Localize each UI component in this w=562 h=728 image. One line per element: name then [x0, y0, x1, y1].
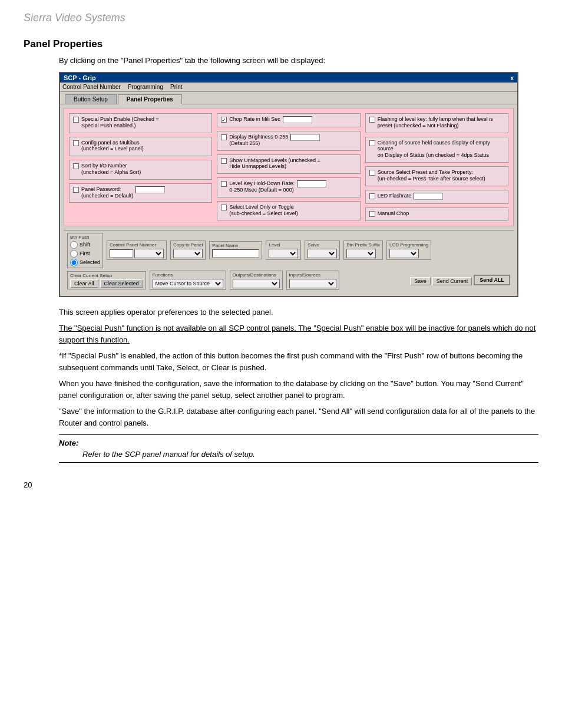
clear-all-button[interactable]: Clear All [70, 279, 98, 288]
checkbox-display-brightness[interactable] [221, 134, 227, 140]
field-panel-name: Panel Name [209, 241, 262, 259]
field-inputs-sources: Inputs/Sources [286, 271, 339, 290]
label-special-push: Special Push Enable (Checked =Special Pu… [81, 116, 159, 129]
label-panel-password: Panel Password:(unchecked = Default) [81, 186, 133, 199]
label-select-level: Select Level Only or Toggle(sub-checked … [229, 204, 297, 217]
radio-selected-label: Selected [80, 259, 100, 265]
bottom-bar: Btn Push Shift First Selected [64, 230, 514, 292]
checkbox-sort-io[interactable] [73, 163, 79, 169]
checkbox-led-flashrate[interactable] [369, 193, 375, 199]
input-chop-rate[interactable] [283, 116, 312, 123]
bottom-row-1: Btn Push Shift First Selected [67, 233, 510, 268]
checkbox-chop-rate[interactable]: ✓ [221, 117, 227, 123]
window-menubar: Control Panel Number Programming Print [60, 83, 517, 92]
doc-paragraph-4: When you have finished the configuration… [59, 378, 538, 401]
select-level[interactable] [269, 249, 298, 258]
input-display-brightness[interactable] [290, 134, 320, 141]
doc-paragraph-3: *If "Special Push" is enabled, the actio… [59, 350, 538, 373]
label-display-brightness: Display Brightness 0-255(Default 255) [229, 134, 288, 147]
prop-config-panel: Config panel as Multibus(unchecked = Lev… [69, 137, 212, 157]
field-functions: Functions Move Cursor to Source [150, 271, 226, 290]
checkbox-flashing-level[interactable] [369, 117, 375, 123]
checkbox-special-push[interactable] [73, 117, 79, 123]
doc-paragraph-1: This screen applies operator preferences… [59, 307, 538, 318]
label-inputs-sources: Inputs/Sources [289, 272, 336, 278]
label-source-select: Source Select Preset and Take Property:(… [378, 169, 485, 182]
radio-group: Shift First Selected [70, 241, 100, 266]
select-outputs-destinations[interactable] [233, 279, 280, 288]
clear-selected-button[interactable]: Clear Selected [100, 279, 143, 288]
window-titlebar: SCP - Grip x [60, 73, 517, 83]
select-salvo[interactable] [308, 249, 337, 258]
label-show-unmapped: Show UnMapped Levels (unchecked =Hide Un… [229, 157, 320, 170]
input-led-flashrate[interactable] [414, 193, 443, 200]
window-title: SCP - Grip [64, 74, 96, 81]
intro-text: By clicking on the "Panel Properties" ta… [59, 56, 538, 65]
input-control-panel-number[interactable] [110, 249, 133, 258]
checkbox-panel-password[interactable] [73, 187, 79, 193]
field-btn-push: Btn Push Shift First Selected [67, 233, 103, 268]
menu-programming[interactable]: Programming [128, 84, 163, 90]
label-level-key-hold: Level Key Hold-Down Rate:0-250 Msec (Def… [229, 180, 295, 193]
select-lcd-programming[interactable] [389, 249, 419, 258]
input-panel-password[interactable] [135, 186, 165, 193]
checkbox-config-panel[interactable] [73, 140, 79, 146]
prop-show-unmapped: Show UnMapped Levels (unchecked =Hide Un… [217, 154, 360, 174]
panel-col-2: ✓ Chop Rate in Mili Sec Display Brightne… [217, 113, 360, 221]
select-functions[interactable]: Move Cursor to Source [153, 279, 223, 288]
checkbox-show-unmapped[interactable] [221, 158, 227, 164]
input-level-key-hold[interactable] [297, 180, 326, 187]
label-level: Level [269, 242, 298, 248]
field-btn-prefix-suffix: Btn Prefix Suffix [343, 241, 383, 260]
field-level: Level [266, 241, 301, 260]
select-copy-to-panel[interactable] [173, 249, 203, 258]
label-btn-prefix-suffix: Btn Prefix Suffix [346, 242, 380, 248]
input-panel-name[interactable] [212, 249, 259, 258]
prop-display-brightness: Display Brightness 0-255(Default 255) [217, 131, 360, 151]
tab-panel-properties[interactable]: Panel Properties [118, 94, 182, 104]
radio-first-label: First [80, 251, 90, 256]
save-button[interactable]: Save [410, 277, 431, 285]
label-sort-io: Sort by I/O Number(unchecked = Alpha Sor… [81, 163, 141, 176]
checkbox-source-select[interactable] [369, 170, 375, 176]
checkbox-manual-chop[interactable] [369, 211, 375, 217]
radio-selected: Selected [70, 259, 100, 266]
select-btn-prefix-suffix[interactable] [346, 249, 376, 258]
label-control-panel-number: Control Panel Number [110, 242, 164, 248]
menu-print[interactable]: Print [170, 84, 183, 90]
prop-select-level: Select Level Only or Toggle(sub-checked … [217, 201, 360, 221]
page-number: 20 [24, 480, 538, 489]
label-flashing-level: Flashing of level key: fully lamp when t… [378, 116, 493, 129]
checkbox-clearing-source[interactable] [369, 140, 375, 146]
label-copy-to-panel: Copy to Panel [173, 242, 203, 248]
panel-col-3: Flashing of level key: fully lamp when t… [365, 113, 508, 221]
field-salvo: Salvo [305, 241, 340, 260]
prop-flashing-level: Flashing of level key: fully lamp when t… [365, 113, 508, 133]
app-title: Sierra Video Systems [24, 12, 538, 24]
tab-button-setup[interactable]: Button Setup [65, 94, 117, 104]
field-clear-current-setup: Clear Current Setup Clear All Clear Sele… [67, 271, 146, 289]
field-lcd-programming: LCD Programming [386, 241, 431, 260]
label-panel-name: Panel Name [212, 243, 259, 248]
label-chop-rate: Chop Rate in Mili Sec [229, 116, 280, 123]
send-current-button[interactable]: Send Current [432, 277, 472, 285]
select-control-panel[interactable] [134, 249, 164, 258]
radio-shift-label: Shift [80, 242, 90, 248]
checkbox-level-key-hold[interactable] [221, 181, 227, 187]
label-led-flashrate: LED Flashrate [378, 193, 412, 199]
radio-first-input[interactable] [70, 250, 78, 258]
label-config-panel: Config panel as Multibus(unchecked = Lev… [81, 140, 144, 153]
note-section: Note: Refer to the SCP panel manual for … [59, 434, 538, 463]
radio-shift-input[interactable] [70, 241, 78, 249]
section-heading: Panel Properties [24, 38, 538, 50]
prop-panel-password: Panel Password:(unchecked = Default) [69, 183, 212, 203]
label-functions: Functions [153, 272, 223, 278]
menu-control-panel-number[interactable]: Control Panel Number [62, 84, 121, 90]
close-button[interactable]: x [510, 75, 514, 81]
checkbox-select-level[interactable] [221, 205, 227, 210]
label-clearing-source: Clearing of source held causes display o… [378, 140, 504, 159]
radio-selected-input[interactable] [70, 259, 78, 266]
send-all-button[interactable]: Send ALL [474, 275, 510, 285]
prop-source-select: Source Select Preset and Take Property:(… [365, 166, 508, 186]
select-inputs-sources[interactable] [289, 279, 336, 288]
